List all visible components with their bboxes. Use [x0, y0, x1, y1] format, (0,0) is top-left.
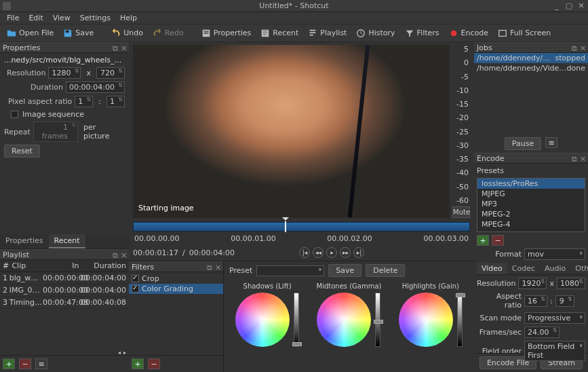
filter-item[interactable]: Color Grading [129, 284, 223, 294]
preset-remove-button[interactable]: − [492, 235, 504, 246]
field-order-select[interactable]: Bottom Field First [524, 341, 585, 361]
recent-button[interactable]: Recent [256, 26, 302, 40]
jobs-pause-button[interactable]: Pause [505, 137, 541, 150]
playhead[interactable] [285, 221, 286, 232]
filter-remove-button[interactable]: − [148, 358, 160, 369]
value-slider[interactable] [457, 293, 463, 347]
value-slider[interactable] [375, 293, 380, 347]
job-row[interactable]: /home/ddennedy/Videos/test.movstopped [474, 53, 588, 63]
image-sequence-checkbox[interactable] [11, 111, 18, 118]
skip-start-button[interactable]: |◂ [299, 247, 310, 258]
menu-help[interactable]: Help [116, 12, 141, 24]
panel-undock-icon[interactable]: ⧉ [572, 44, 579, 51]
filter-save-button[interactable]: Save [328, 264, 361, 277]
menu-edit[interactable]: Edit [24, 12, 47, 24]
mute-button[interactable]: Mute [452, 206, 470, 218]
svg-point-6 [450, 30, 456, 36]
jobs-menu-button[interactable]: ≡ [545, 137, 557, 148]
preset-item[interactable]: MJPEG [477, 189, 585, 199]
panel-close-icon[interactable]: ✕ [580, 155, 587, 162]
encode-tab-video[interactable]: Video [477, 263, 507, 274]
color-wheel[interactable] [317, 293, 371, 347]
reset-button[interactable]: Reset [4, 145, 40, 157]
playlist-button[interactable]: Playlist [304, 26, 351, 40]
encode-presets-list[interactable]: lossless/ProResMJPEGMP3MPEG-2MPEG-4MPEG-… [477, 178, 585, 232]
preset-add-button[interactable]: + [477, 235, 489, 246]
filter-delete-button[interactable]: Delete [366, 264, 405, 277]
skip-end-button[interactable]: ▸| [353, 247, 364, 258]
play-button[interactable]: ▸ [326, 247, 337, 258]
table-row[interactable]: 3Timing Testsl...00:00:47:0800:00:40:08 [0, 297, 129, 309]
fps-input[interactable]: 24.00 [524, 327, 560, 338]
encode-res-h-input[interactable]: 1080 [557, 278, 585, 289]
panel-undock-icon[interactable]: ⧉ [572, 155, 579, 162]
timeline-scrubber[interactable] [133, 222, 470, 231]
tab-properties[interactable]: Properties [0, 234, 49, 248]
filter-item[interactable]: Crop [129, 274, 223, 284]
filter-add-button[interactable]: + [132, 358, 144, 369]
playlist-panel-header: Playlist ⧉✕ [0, 249, 129, 260]
save-button[interactable]: Save [59, 26, 98, 40]
tab-recent[interactable]: Recent [49, 234, 85, 248]
close-icon[interactable]: ✕ [577, 2, 585, 10]
video-preview[interactable]: Starting image [133, 45, 450, 218]
format-select[interactable]: mov [524, 248, 585, 260]
encode-res-w-input[interactable]: 1920 [518, 278, 547, 289]
panel-close-icon[interactable]: ✕ [215, 263, 222, 270]
filter-enable-checkbox[interactable] [132, 285, 139, 293]
panel-close-icon[interactable]: ✕ [580, 44, 587, 51]
fullscreen-button[interactable]: Full Screen [494, 26, 555, 40]
scroll-left-icon[interactable]: ◂ [118, 350, 121, 355]
job-row[interactable]: /home/ddennedy/Videos/test.movdone [474, 63, 588, 73]
filter-enable-checkbox[interactable] [132, 275, 139, 282]
panel-undock-icon[interactable]: ⧉ [113, 44, 119, 51]
encode-ar-a-input[interactable]: 16 [524, 295, 547, 307]
par-b-input[interactable]: 1 [106, 96, 125, 107]
color-wheel[interactable] [399, 293, 453, 347]
repeat-input[interactable]: 1 frames [33, 122, 78, 142]
undo-button[interactable]: Undo [107, 26, 147, 40]
menu-file[interactable]: File [3, 12, 23, 24]
open-file-button[interactable]: Open File [3, 26, 58, 40]
encode-ar-b-input[interactable]: 9 [555, 295, 574, 307]
playlist-menu-button[interactable]: ≡ [35, 358, 47, 369]
jobs-panel-header: Jobs ⧉✕ [474, 42, 588, 53]
panel-undock-icon[interactable]: ⧉ [113, 251, 119, 258]
menu-settings[interactable]: Settings [76, 12, 115, 24]
menu-view[interactable]: View [49, 12, 75, 24]
rewind-button[interactable]: ◂◂ [313, 247, 324, 258]
encode-tab-codec[interactable]: Codec [507, 263, 540, 274]
maximize-icon[interactable]: ▢ [565, 2, 573, 10]
table-row[interactable]: 2IMG_0357.JPG00:00:00:0000:00:04:00 [0, 284, 129, 297]
fastfwd-button[interactable]: ▸▸ [340, 247, 351, 258]
preset-item[interactable]: MPEG-4 [477, 219, 585, 229]
table-row[interactable]: 1blg_wheels_...00:00:00:0000:00:04:00 [0, 272, 129, 284]
preset-item[interactable]: MP3 [477, 199, 585, 209]
minimize-icon[interactable]: _ [553, 2, 561, 10]
playlist-icon [308, 29, 317, 38]
panel-undock-icon[interactable]: ⧉ [207, 263, 214, 270]
playlist-add-button[interactable]: + [3, 358, 15, 369]
scan-mode-select[interactable]: Progressive [524, 312, 585, 324]
filters-button[interactable]: Filters [401, 26, 444, 40]
history-button[interactable]: History [352, 26, 399, 40]
panel-close-icon[interactable]: ✕ [121, 251, 128, 258]
preset-item[interactable]: MPEG-4-ASP [477, 229, 585, 232]
par-a-input[interactable]: 1 [75, 96, 93, 107]
resolution-width-input[interactable]: 1280 [48, 67, 81, 79]
color-wheel[interactable] [235, 293, 290, 347]
playlist-remove-button[interactable]: − [19, 358, 31, 369]
encode-tab-other[interactable]: Other [570, 263, 588, 274]
resolution-height-input[interactable]: 720 [96, 67, 125, 79]
filter-preset-select[interactable] [256, 265, 324, 276]
encode-button[interactable]: Encode [445, 26, 492, 40]
duration-input[interactable]: 00:00:04:00 [66, 81, 125, 93]
scroll-right-icon[interactable]: ▸ [123, 350, 126, 355]
panel-close-icon[interactable]: ✕ [121, 44, 128, 51]
preset-item[interactable]: lossless/ProRes [477, 179, 585, 189]
value-slider[interactable] [294, 293, 299, 347]
encode-tab-audio[interactable]: Audio [540, 263, 570, 274]
preset-item[interactable]: MPEG-2 [477, 209, 585, 219]
properties-button[interactable]: Properties [197, 26, 256, 40]
redo-button[interactable]: Redo [149, 26, 188, 40]
